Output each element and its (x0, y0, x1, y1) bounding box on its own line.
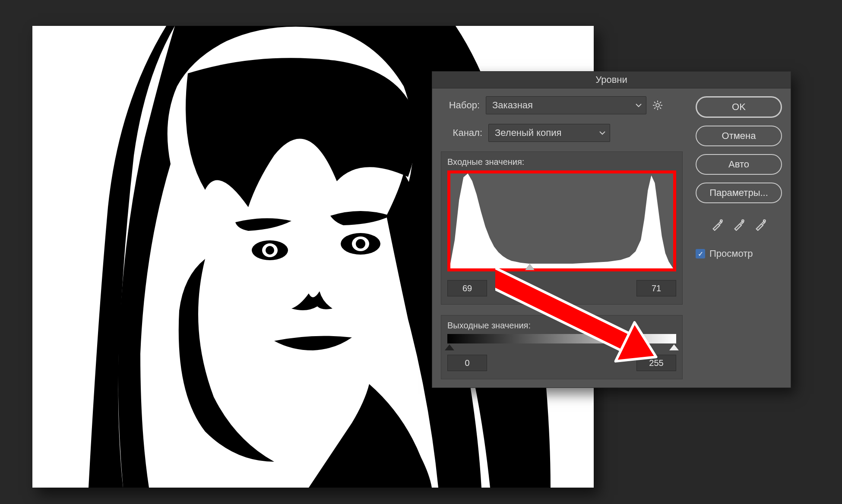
channel-row: Канал: Зеленый копия (449, 124, 683, 142)
output-white-handle[interactable] (669, 344, 679, 350)
preset-row: Набор: Заказная (441, 96, 683, 114)
levels-dialog: Уровни Набор: Заказная Канал: (432, 71, 791, 388)
eyedropper-group (696, 219, 782, 231)
svg-point-17 (742, 220, 744, 222)
input-black-field[interactable]: 69 (447, 280, 487, 296)
gamma-slider-handle[interactable] (525, 268, 535, 274)
ok-button[interactable]: OK (696, 96, 782, 118)
svg-point-16 (720, 220, 722, 222)
preset-label: Набор: (441, 100, 480, 111)
chevron-down-icon (636, 103, 642, 107)
svg-line-13 (660, 107, 661, 109)
svg-point-6 (356, 239, 365, 249)
preview-label: Просмотр (709, 248, 753, 259)
input-white-field[interactable]: 71 (636, 280, 676, 296)
svg-point-7 (656, 104, 659, 107)
dialog-title[interactable]: Уровни (432, 72, 791, 88)
output-black-field[interactable]: 0 (447, 355, 487, 371)
input-levels-panel: Входные значения: 69 71 (441, 151, 683, 305)
channel-select[interactable]: Зеленый копия (488, 124, 610, 142)
input-levels-label: Входные значения: (447, 157, 676, 167)
svg-point-18 (763, 220, 766, 222)
svg-line-15 (654, 107, 655, 109)
preset-select[interactable]: Заказная (486, 96, 646, 114)
output-gradient[interactable] (447, 334, 676, 343)
output-levels-panel: Выходные значения: 0 255 (441, 315, 683, 379)
svg-line-12 (654, 102, 655, 103)
gear-icon[interactable] (652, 100, 663, 110)
output-black-handle[interactable] (445, 344, 454, 350)
output-levels-label: Выходные значения: (447, 321, 676, 331)
output-white-field[interactable]: 255 (636, 355, 676, 371)
svg-line-14 (660, 102, 661, 103)
histogram-highlight (447, 170, 676, 271)
eyedropper-white-icon[interactable] (754, 219, 766, 231)
channel-label: Канал: (449, 127, 482, 139)
channel-value: Зеленый копия (495, 127, 561, 139)
eyedropper-gray-icon[interactable] (733, 219, 745, 231)
preset-value: Заказная (492, 100, 533, 111)
options-button[interactable]: Параметры... (696, 183, 782, 203)
preview-row[interactable]: ✓ Просмотр (696, 248, 782, 259)
svg-point-3 (266, 246, 274, 255)
eyedropper-black-icon[interactable] (711, 219, 723, 231)
auto-button[interactable]: Авто (696, 154, 782, 175)
cancel-button[interactable]: Отмена (696, 126, 782, 146)
preview-checkbox[interactable]: ✓ (696, 249, 705, 258)
histogram[interactable] (450, 173, 673, 268)
chevron-down-icon (599, 131, 605, 135)
